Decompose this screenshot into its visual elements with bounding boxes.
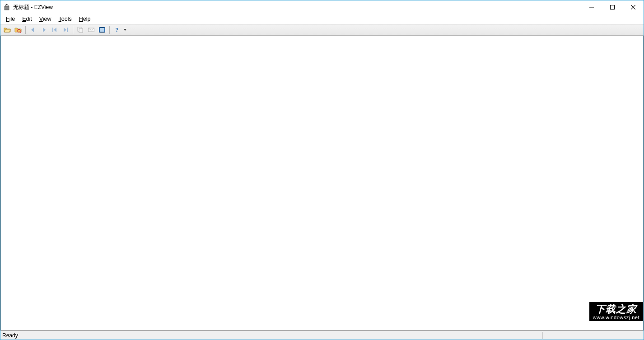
- nav-back-icon[interactable]: [28, 25, 38, 35]
- copy-icon[interactable]: [75, 25, 85, 35]
- svg-rect-3: [611, 5, 615, 9]
- browse-icon[interactable]: [13, 25, 23, 35]
- svg-rect-0: [5, 6, 9, 10]
- status-text: Ready: [2, 332, 18, 339]
- nav-first-icon[interactable]: [50, 25, 60, 35]
- menu-tools[interactable]: Tools: [55, 14, 75, 24]
- close-button[interactable]: [623, 0, 644, 14]
- toolbar: ?: [0, 24, 644, 36]
- svg-rect-14: [100, 28, 104, 32]
- svg-rect-9: [67, 28, 68, 32]
- toolbar-separator: [25, 26, 26, 34]
- minimize-button[interactable]: [581, 0, 602, 14]
- svg-point-1: [6, 4, 8, 5]
- menu-edit[interactable]: Edit: [19, 14, 36, 24]
- nav-last-icon[interactable]: [61, 25, 70, 35]
- titlebar: 无标题 - EZView: [0, 0, 644, 14]
- mail-icon[interactable]: [86, 25, 96, 35]
- status-pane: [542, 332, 642, 339]
- open-icon[interactable]: [2, 25, 12, 35]
- svg-rect-11: [79, 28, 83, 33]
- menu-file[interactable]: File: [2, 14, 19, 24]
- menu-help[interactable]: Help: [75, 14, 94, 24]
- svg-rect-8: [52, 28, 53, 32]
- fullscreen-icon[interactable]: [97, 25, 107, 35]
- menubar: File Edit View Tools Help: [0, 14, 644, 24]
- toolbar-separator: [73, 26, 73, 34]
- help-dropdown-icon[interactable]: [123, 25, 127, 35]
- canvas-area: 下载之家 www.windowszj.net: [0, 36, 644, 331]
- window-controls: [581, 0, 644, 14]
- help-icon[interactable]: ?: [112, 25, 122, 35]
- empty-canvas-hatch: [1, 36, 643, 330]
- menu-view[interactable]: View: [36, 14, 55, 24]
- nav-forward-icon[interactable]: [39, 25, 49, 35]
- toolbar-separator: [109, 26, 110, 34]
- maximize-button[interactable]: [602, 0, 623, 14]
- app-icon: [3, 4, 10, 11]
- svg-text:?: ?: [116, 26, 119, 33]
- app-window: 无标题 - EZView File Edit View Tools Help: [0, 0, 644, 340]
- statusbar: Ready: [0, 331, 644, 340]
- window-title: 无标题 - EZView: [13, 4, 53, 11]
